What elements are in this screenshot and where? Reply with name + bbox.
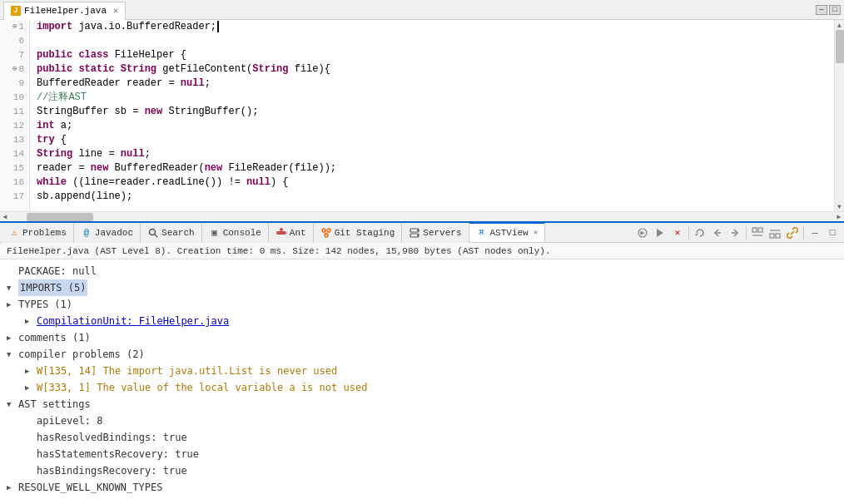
java-file-icon: J: [11, 6, 21, 16]
tab-javadoc[interactable]: @ Javadoc: [74, 223, 141, 243]
toolbar-run-btn[interactable]: [634, 225, 651, 241]
editor-horizontal-scrollbar[interactable]: ◀ ▶: [0, 211, 844, 221]
line-num-16: 16: [0, 175, 29, 190]
hscroll-left-arrow[interactable]: ◀: [0, 212, 10, 222]
tab-console[interactable]: ▣ Console: [202, 223, 269, 243]
toolbar-minimize-panel-btn[interactable]: —: [807, 225, 823, 241]
tree-arrow-13[interactable]: ▶: [7, 479, 17, 496]
tab-problems[interactable]: ⚠ Problems: [2, 223, 74, 243]
editor-tab-filehelper[interactable]: J FileHelper.java ✕: [3, 2, 126, 20]
astview-icon: ⌘: [476, 227, 488, 239]
editor-vertical-scrollbar[interactable]: ▲ ▼: [834, 20, 844, 211]
svg-rect-2: [276, 231, 286, 235]
code-editor: ⊖167⊖891011121314151617 import java.io.B…: [0, 20, 844, 211]
tree-arrow-2[interactable]: ▶: [7, 296, 17, 313]
line-num-1: ⊖1: [0, 20, 29, 34]
tree-item-0[interactable]: PACKAGE: null: [7, 263, 837, 279]
tree-label-8: AST settings: [18, 396, 91, 413]
svg-point-5: [327, 229, 330, 232]
tree-item-11[interactable]: hasStatementsRecovery: true: [7, 446, 837, 462]
servers-icon: [409, 227, 420, 239]
tree-item-1[interactable]: ▼IMPORTS (5): [7, 279, 837, 296]
tree-item-10[interactable]: hasResolvedBindings: true: [7, 429, 837, 446]
editor-tab-close[interactable]: ✕: [113, 6, 118, 16]
tab-astview-close[interactable]: ✕: [534, 228, 538, 237]
code-content: import java.io.BufferedReader;public cla…: [30, 20, 834, 211]
line-num-11: 11: [0, 105, 29, 119]
tree-label-3[interactable]: CompilationUnit: FileHelper.java: [37, 313, 229, 329]
hscroll-thumb[interactable]: [27, 213, 93, 221]
code-line-8: public static String getFileContent(Stri…: [37, 62, 834, 77]
tree-item-5[interactable]: ▼compiler problems (2): [7, 346, 837, 363]
tree-item-2[interactable]: ▶TYPES (1): [7, 296, 837, 313]
toolbar-separator-2: [746, 226, 747, 240]
ast-panel[interactable]: PACKAGE: null▼IMPORTS (5)▶TYPES (1)▶Comp…: [0, 259, 844, 504]
tree-item-9[interactable]: apiLevel: 8: [7, 413, 837, 429]
tree-label-1: IMPORTS (5): [18, 279, 87, 296]
toolbar-maximize-panel-btn[interactable]: □: [824, 225, 841, 241]
tab-search[interactable]: Search: [141, 223, 202, 243]
fold-icon-8[interactable]: ⊖: [12, 62, 17, 77]
tree-arrow-4[interactable]: ▶: [7, 329, 17, 346]
panel-status-bar: FileHelper.java (AST Level 8). Creation …: [0, 243, 844, 259]
toolbar-separator-1: [688, 226, 689, 240]
fold-icon-1[interactable]: ⊖: [12, 20, 17, 34]
tree-arrow-1[interactable]: ▼: [7, 279, 17, 296]
toolbar-play-btn[interactable]: [652, 225, 668, 241]
code-line-12: int a;: [37, 119, 834, 133]
tab-astview-label: ASTView: [490, 228, 529, 238]
line-num-14: 14: [0, 147, 29, 161]
maximize-button[interactable]: □: [829, 5, 841, 15]
minimize-button[interactable]: —: [816, 5, 827, 15]
tree-item-6[interactable]: ▶W[135, 14] The import java.util.List is…: [7, 363, 837, 379]
panel-toolbar: ✕ — □: [634, 225, 841, 241]
svg-marker-17: [657, 229, 663, 237]
tree-label-13: RESOLVE_WELL_KNOWN_TYPES: [18, 479, 162, 496]
tab-javadoc-label: Javadoc: [95, 228, 133, 238]
svg-rect-20: [758, 228, 762, 232]
code-line-16: while ((line=reader.readLine()) != null)…: [37, 175, 834, 190]
hscroll-track[interactable]: [10, 212, 834, 221]
tree-label-12: hasBindingsRecovery: true: [37, 462, 187, 479]
toolbar-back-btn[interactable]: [709, 225, 726, 241]
code-line-13: try {: [37, 133, 834, 147]
tree-item-8[interactable]: ▼AST settings: [7, 396, 837, 413]
tree-label-7: W[333, 1] The value of the local variabl…: [37, 379, 367, 396]
git-staging-icon: [320, 227, 332, 239]
toolbar-expand-btn[interactable]: [767, 225, 783, 241]
tree-arrow-7[interactable]: ▶: [25, 379, 35, 396]
tree-item-13[interactable]: ▶RESOLVE_WELL_KNOWN_TYPES: [7, 479, 837, 496]
console-icon: ▣: [209, 227, 221, 239]
code-line-1: import java.io.BufferedReader;: [37, 20, 834, 34]
tree-item-12[interactable]: hasBindingsRecovery: true: [7, 462, 837, 479]
tab-astview[interactable]: ⌘ ASTView ✕: [469, 222, 546, 242]
toolbar-refresh-btn[interactable]: [692, 225, 708, 241]
tree-arrow-5[interactable]: ▼: [7, 346, 17, 363]
line-numbers: ⊖167⊖891011121314151617: [0, 20, 30, 211]
tab-ant[interactable]: Ant: [269, 223, 314, 243]
scroll-down-arrow[interactable]: ▼: [835, 201, 845, 211]
tab-git-staging[interactable]: Git Staging: [314, 223, 403, 243]
tree-item-3[interactable]: ▶CompilationUnit: FileHelper.java: [7, 313, 837, 329]
toolbar-collapse-btn[interactable]: [749, 225, 766, 241]
window-controls: — □: [816, 5, 841, 15]
toolbar-link-btn[interactable]: [784, 225, 801, 241]
svg-rect-22: [770, 234, 774, 238]
tree-arrow-6[interactable]: ▶: [25, 363, 35, 379]
tab-servers[interactable]: Servers: [402, 223, 469, 243]
scroll-track[interactable]: [835, 30, 844, 201]
hscroll-right-arrow[interactable]: ▶: [834, 212, 844, 222]
tree-item-4[interactable]: ▶comments (1): [7, 329, 837, 346]
tree-arrow-8[interactable]: ▼: [7, 396, 17, 413]
scroll-up-arrow[interactable]: ▲: [835, 20, 845, 30]
toolbar-stop-btn[interactable]: ✕: [669, 225, 686, 241]
tree-label-9: apiLevel: 8: [37, 413, 102, 429]
panel-status-text: FileHelper.java (AST Level 8). Creation …: [7, 246, 551, 256]
tree-arrow-3[interactable]: ▶: [25, 313, 35, 329]
tree-item-7[interactable]: ▶W[333, 1] The value of the local variab…: [7, 379, 837, 396]
code-line-15: reader = new BufferedReader(new FileRead…: [37, 161, 834, 175]
scroll-thumb[interactable]: [836, 30, 844, 63]
tree-label-6: W[135, 14] The import java.util.List is …: [37, 363, 337, 379]
toolbar-forward-btn[interactable]: [727, 225, 743, 241]
tree-label-11: hasStatementsRecovery: true: [37, 446, 199, 462]
